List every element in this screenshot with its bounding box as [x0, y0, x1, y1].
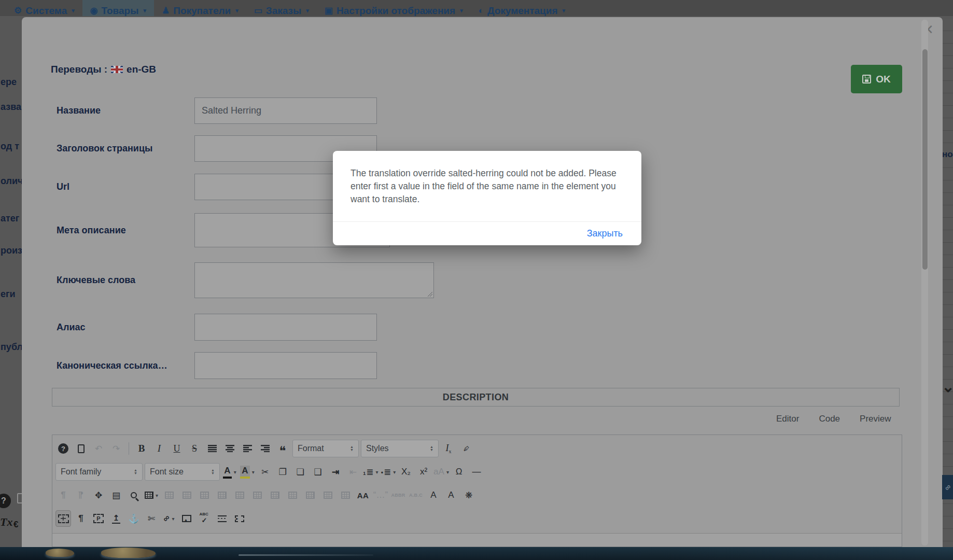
bg-label-fragment: олич — [1, 176, 22, 187]
visual-chars-icon[interactable]: ¶ — [73, 510, 89, 527]
language-icon[interactable]: A — [443, 487, 459, 503]
table-insert-row-above-icon[interactable] — [214, 487, 230, 503]
link-icon[interactable]: ∞▾ — [161, 510, 177, 527]
text-color-icon[interactable]: A▾ — [222, 464, 237, 480]
editor-settings-icon[interactable]: ❋ — [461, 487, 476, 503]
nav-item-documentation[interactable]: ◐ Документация ▾ — [471, 0, 573, 16]
scroll-down-chevron-icon[interactable]: ⌄ — [942, 377, 953, 396]
nav-item-orders[interactable]: ▭ Заказы ▾ — [246, 0, 317, 16]
table-icon[interactable]: ▾ — [144, 487, 159, 503]
font-family-select[interactable]: Font family▲▼ — [55, 463, 143, 481]
link-sidebar-button[interactable]: ∞ — [942, 475, 953, 499]
align-left-icon[interactable] — [240, 440, 255, 457]
nav-item-system[interactable]: ⚙ Система ▾ — [6, 0, 82, 16]
modal-scrollbar-thumb[interactable] — [922, 49, 928, 270]
nav-item-shoppers[interactable]: ♟ Покупатели ▾ — [154, 0, 246, 16]
subscript-icon[interactable]: X₂ — [398, 464, 414, 480]
anchor-icon[interactable]: ⚓ — [126, 510, 142, 527]
paste-icon[interactable]: ❏ — [292, 464, 308, 480]
table-insert-column-right-icon[interactable] — [285, 487, 300, 503]
editor-toolbar: ?↶↷BIUS❝Format▲▼Styles▲▼I✑ Font family▲▼… — [52, 435, 902, 534]
paragraph-ltr-icon[interactable]: ¶ — [55, 487, 71, 503]
table-delete-column-icon[interactable] — [302, 487, 318, 503]
bold-icon[interactable]: B — [134, 440, 149, 457]
font-size-select[interactable]: Font size▲▼ — [145, 463, 220, 481]
redo-icon[interactable]: ↷ — [108, 440, 124, 457]
wallpaper-island — [46, 549, 74, 557]
canonical-link-input[interactable] — [194, 352, 377, 379]
link-icon: ∞ — [943, 482, 953, 493]
table-split-cells-icon[interactable] — [320, 487, 335, 503]
field-label: Заголовок страницы — [57, 143, 194, 154]
cut-icon[interactable]: ✂ — [257, 464, 273, 480]
quotes-icon[interactable]: “…” — [373, 487, 388, 503]
name-input[interactable]: Salted Herring — [194, 97, 377, 124]
tab-editor[interactable]: Editor — [776, 414, 799, 424]
keywords-textarea[interactable] — [194, 262, 434, 298]
field-row-name: Название Salted Herring — [57, 97, 377, 124]
show-blocks-icon[interactable] — [55, 510, 71, 527]
align-center-icon[interactable] — [222, 440, 237, 457]
visual-aid-icon[interactable]: AA — [355, 487, 371, 503]
alert-close-link[interactable]: Закрыть — [587, 228, 623, 239]
chevron-down-icon: ▾ — [143, 7, 146, 14]
abbreviation-icon[interactable]: ABBR — [390, 487, 406, 503]
template-icon[interactable]: ▸ — [232, 510, 247, 527]
paste-as-text-icon[interactable]: ❑ — [310, 464, 326, 480]
bg-label-fragment: атег — [1, 213, 22, 224]
paragraph-rtl-icon[interactable]: ¶ — [73, 487, 89, 503]
clear-formatting-icon[interactable]: I — [441, 440, 456, 457]
paragraph-container-icon[interactable]: P — [91, 510, 106, 527]
superscript-icon[interactable]: x² — [416, 464, 431, 480]
align-justify-icon[interactable] — [204, 440, 220, 457]
table-delete-row-icon[interactable] — [249, 487, 265, 503]
caret-down-icon: ▾ — [446, 469, 449, 475]
indent-icon[interactable]: ⇥ — [328, 464, 343, 480]
unlink-icon[interactable]: ✄ — [144, 510, 159, 527]
alias-input[interactable] — [194, 314, 377, 341]
page-break-icon[interactable] — [214, 510, 230, 527]
table-merge-cells-icon[interactable] — [338, 487, 353, 503]
italic-icon[interactable]: I — [151, 440, 167, 457]
styles-select[interactable]: Styles▲▼ — [361, 440, 439, 457]
nav-item-display-settings[interactable]: ▣ Настройки отображения ▾ — [317, 0, 471, 16]
align-right-icon[interactable] — [257, 440, 273, 457]
cleanup-icon[interactable]: ✑ — [458, 440, 474, 457]
nav-item-products[interactable]: ◉ Товары ▾ — [82, 0, 154, 16]
strikethrough-icon[interactable]: S — [187, 440, 202, 457]
horizontal-rule-icon[interactable]: — — [469, 464, 484, 480]
attributes-icon[interactable]: A — [426, 487, 441, 503]
new-document-icon[interactable] — [73, 440, 89, 457]
case-change-icon[interactable]: aA▾ — [433, 464, 449, 480]
editor-content-area[interactable] — [52, 534, 902, 547]
table-insert-row-below-icon[interactable] — [232, 487, 247, 503]
undo-icon[interactable]: ↶ — [91, 440, 106, 457]
acronym-icon[interactable]: A.B.C — [408, 487, 424, 503]
highlight-color-icon[interactable]: A▾ — [240, 464, 255, 480]
tab-preview[interactable]: Preview — [860, 414, 891, 424]
background-clear-format-icon: Tx — [0, 515, 12, 529]
special-character-icon[interactable]: Ω — [451, 464, 467, 480]
table-cell-properties-icon[interactable] — [197, 487, 212, 503]
ordered-list-icon[interactable]: ≣▾ — [363, 464, 379, 480]
table-insert-column-left-icon[interactable] — [267, 487, 283, 503]
outdent-icon[interactable]: ⇤ — [345, 464, 361, 480]
caret-down-icon: ▾ — [156, 493, 158, 498]
fullscreen-icon[interactable]: ✥ — [91, 487, 106, 503]
help-icon[interactable]: ? — [55, 440, 71, 457]
spellcheck-icon[interactable]: ✓ — [197, 510, 212, 527]
copy-icon[interactable]: ❐ — [275, 464, 290, 480]
bg-label-fragment: публ — [1, 342, 22, 353]
table-row-properties-icon[interactable] — [179, 487, 194, 503]
format-select[interactable]: Format▲▼ — [292, 440, 359, 457]
image-icon[interactable] — [179, 510, 194, 527]
print-icon[interactable]: ▤ — [108, 487, 124, 503]
upload-icon[interactable]: ↥ — [108, 510, 124, 527]
table-delete-icon[interactable] — [161, 487, 177, 503]
ok-save-button[interactable]: OK — [851, 65, 902, 93]
blockquote-icon[interactable]: ❝ — [275, 440, 290, 457]
tab-code[interactable]: Code — [819, 414, 840, 424]
bullet-list-icon[interactable]: ≣▾ — [381, 464, 396, 480]
search-icon[interactable] — [126, 487, 142, 503]
underline-icon[interactable]: U — [169, 440, 185, 457]
